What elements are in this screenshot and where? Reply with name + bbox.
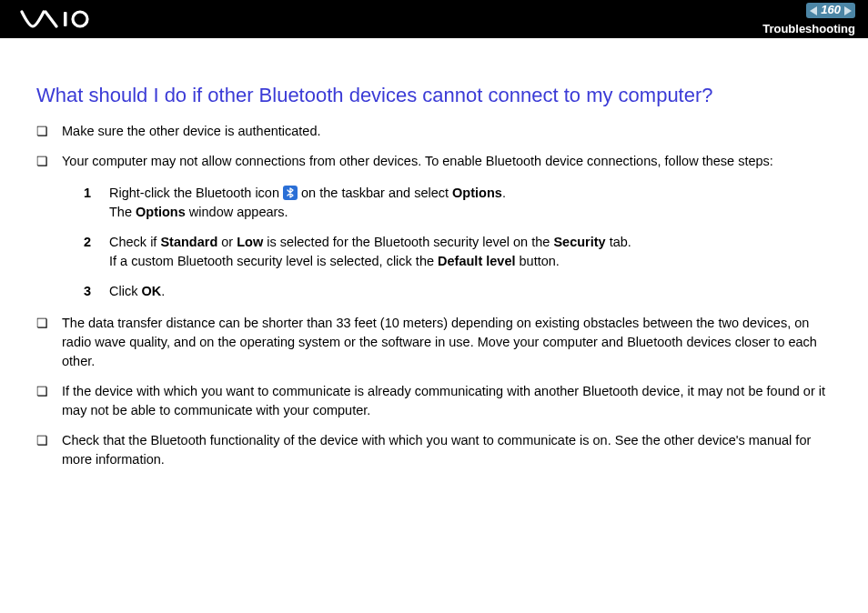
- ok-label: OK: [141, 284, 161, 298]
- next-page-icon[interactable]: [844, 6, 852, 15]
- step-number: 1: [84, 184, 109, 222]
- step-body: Check if Standard or Low is selected for…: [109, 233, 832, 271]
- bullet-text: The data transfer distance can be shorte…: [62, 316, 817, 368]
- step-number: 2: [84, 233, 109, 271]
- security-label: Security: [553, 235, 605, 249]
- step-body: Click OK.: [109, 282, 832, 301]
- page-number-chip[interactable]: 160: [806, 3, 855, 17]
- standard-label: Standard: [160, 235, 217, 249]
- options-label: Options: [452, 186, 502, 200]
- bullet-text: Check that the Bluetooth functionality o…: [62, 433, 811, 467]
- low-label: Low: [237, 235, 263, 249]
- bullet-text: If the device with which you want to com…: [62, 384, 825, 417]
- default-level-label: Default level: [438, 254, 515, 268]
- bullet-text: Make sure the other device is authentica…: [62, 124, 321, 138]
- header-bar: 160 Troubleshooting: [0, 0, 868, 38]
- prev-page-icon[interactable]: [810, 6, 817, 15]
- step-item: 2 Check if Standard or Low is selected f…: [84, 233, 832, 271]
- step-body: Right-click the Bluetooth icon on the ta…: [109, 184, 832, 222]
- bullet-item: The data transfer distance can be shorte…: [36, 314, 832, 371]
- bullet-item: Make sure the other device is authentica…: [36, 122, 832, 141]
- bluetooth-icon: [283, 186, 298, 200]
- bullet-text: Your computer may not allow connections …: [62, 154, 773, 168]
- bullet-item: Check that the Bluetooth functionality o…: [36, 431, 832, 469]
- step-item: 1 Right-click the Bluetooth icon on the …: [84, 184, 832, 222]
- bullet-item: Your computer may not allow connections …: [36, 152, 832, 301]
- steps-list: 1 Right-click the Bluetooth icon on the …: [84, 184, 832, 301]
- page-title: What should I do if other Bluetooth devi…: [36, 84, 832, 107]
- step-number: 3: [84, 282, 109, 301]
- svg-point-1: [73, 12, 87, 26]
- header-right: 160 Troubleshooting: [762, 3, 855, 36]
- section-label: Troubleshooting: [762, 22, 855, 35]
- step-item: 3 Click OK.: [84, 282, 832, 301]
- bullet-list: Make sure the other device is authentica…: [36, 122, 832, 469]
- content-area: What should I do if other Bluetooth devi…: [0, 38, 868, 469]
- vaio-logo: [20, 10, 102, 28]
- page-number: 160: [821, 4, 841, 16]
- bullet-item: If the device with which you want to com…: [36, 382, 832, 420]
- options-label: Options: [136, 205, 186, 219]
- svg-rect-0: [64, 12, 67, 26]
